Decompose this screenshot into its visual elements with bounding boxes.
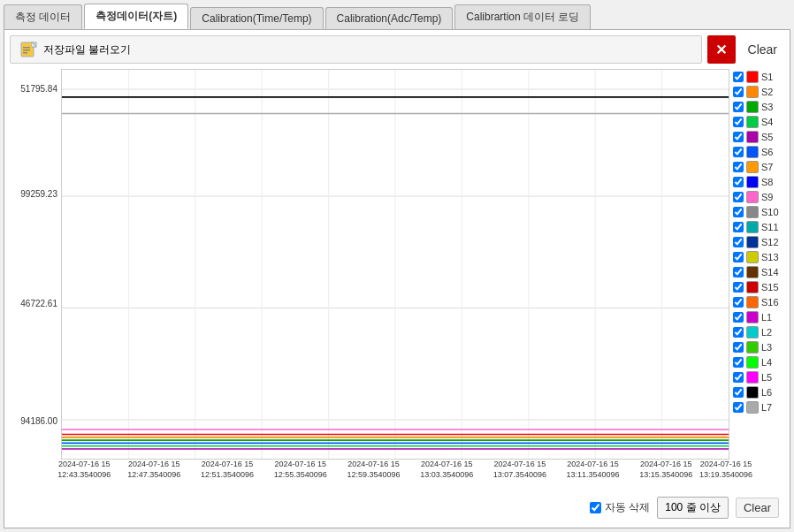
legend-label-s5: S5	[761, 132, 773, 142]
y-label-top: 51795.84	[20, 84, 57, 94]
legend-item-s12: S12	[733, 234, 784, 249]
legend-check-s7[interactable]	[733, 162, 744, 172]
legend-color-l5	[746, 371, 759, 384]
legend-item-l1: L1	[733, 309, 784, 324]
legend-color-s4	[746, 116, 759, 128]
chart-area	[61, 69, 729, 460]
legend-check-s5[interactable]	[733, 132, 744, 142]
auto-delete-checkbox[interactable]	[590, 502, 601, 513]
x-label-4: 2024-07-16 1512:59.3540096	[347, 460, 400, 480]
x-axis: 2024-07-16 1512:43.3540096 2024-07-16 15…	[61, 460, 726, 491]
tab-measurement[interactable]: 측정 데이터	[4, 4, 82, 29]
y-label-mid2: 46722.61	[20, 299, 57, 308]
legend-color-s12	[746, 236, 759, 248]
legend-check-s13[interactable]	[733, 252, 744, 262]
tab-calib-data[interactable]: Calibrartion 데이터 로딩	[454, 4, 591, 29]
app-container: 측정 데이터 측정데이터(자트) Calibration(Time/Temp) …	[0, 0, 794, 532]
legend-check-s3[interactable]	[733, 102, 744, 112]
legend-check-l7[interactable]	[733, 402, 744, 413]
x-label-7: 2024-07-16 1513:11.3540096	[567, 460, 620, 480]
rows-dropdown[interactable]: 100 줄 이상	[657, 497, 729, 519]
legend-color-l3	[746, 341, 759, 353]
x-icon: ✕	[715, 42, 727, 58]
legend-color-s9	[746, 191, 759, 203]
legend-check-s8[interactable]	[733, 177, 744, 187]
legend-check-l5[interactable]	[733, 372, 744, 383]
legend-item-l6: L6	[733, 384, 784, 399]
legend-label-s7: S7	[761, 162, 773, 172]
legend-item-s5: S5	[733, 129, 784, 144]
legend-label-l3: L3	[761, 342, 772, 353]
legend-label-l5: L5	[761, 372, 772, 383]
legend-color-s3	[746, 101, 759, 113]
legend-item-s14: S14	[733, 264, 784, 279]
legend-item-s2: S2	[733, 84, 784, 99]
legend-check-s12[interactable]	[733, 237, 744, 247]
x-label-5: 2024-07-16 1513:03.3540096	[420, 460, 473, 480]
legend-check-l2[interactable]	[733, 327, 744, 338]
legend-item-l3: L3	[733, 339, 784, 354]
legend-color-s1	[746, 71, 759, 83]
legend-label-l7: L7	[761, 402, 772, 413]
legend-label-s11: S11	[761, 222, 779, 232]
svg-rect-2	[23, 49, 30, 51]
clear-bottom-button[interactable]: Clear	[736, 498, 779, 518]
legend-color-s5	[746, 131, 759, 143]
legend-check-s9[interactable]	[733, 192, 744, 202]
legend-color-l2	[746, 326, 759, 338]
x-label-6: 2024-07-16 1513:07.3540096	[493, 460, 546, 480]
legend-check-s4[interactable]	[733, 117, 744, 127]
tab-calib-adc[interactable]: Calibration(Adc/Temp)	[325, 7, 454, 29]
legend-check-l6[interactable]	[733, 387, 744, 398]
legend-check-l1[interactable]	[733, 312, 744, 323]
chart-svg	[62, 70, 729, 459]
legend-check-s15[interactable]	[733, 282, 744, 293]
legend-color-l4	[746, 356, 759, 369]
legend-label-s14: S14	[761, 267, 779, 277]
legend: S1 S2 S3 S4	[729, 69, 784, 460]
clear-red-button[interactable]: ✕	[707, 35, 736, 64]
legend-label-s13: S13	[761, 252, 779, 262]
auto-delete-row: 자동 삭제	[590, 500, 650, 515]
legend-label-s15: S15	[761, 282, 779, 293]
legend-color-l7	[746, 401, 759, 414]
legend-check-s14[interactable]	[733, 267, 744, 277]
legend-check-l4[interactable]	[733, 357, 744, 368]
legend-check-s11[interactable]	[733, 222, 744, 232]
legend-label-s3: S3	[761, 102, 773, 112]
legend-label-s16: S16	[761, 297, 779, 308]
legend-label-s6: S6	[761, 147, 773, 157]
legend-check-s16[interactable]	[733, 297, 744, 308]
legend-check-l3[interactable]	[733, 342, 744, 353]
legend-check-s1[interactable]	[733, 72, 744, 82]
legend-item-s10: S10	[733, 204, 784, 219]
legend-color-l6	[746, 386, 759, 399]
legend-color-s6	[746, 146, 759, 158]
legend-label-l4: L4	[761, 357, 772, 368]
load-file-button[interactable]: 저장파일 불러오기	[10, 35, 702, 64]
auto-delete-label: 자동 삭제	[605, 500, 650, 515]
legend-item-s3: S3	[733, 99, 784, 114]
legend-check-s2[interactable]	[733, 87, 744, 97]
legend-item-s9: S9	[733, 189, 784, 204]
legend-label-s2: S2	[761, 87, 773, 97]
legend-item-l5: L5	[733, 369, 784, 384]
y-axis: 51795.84 99259.23 46722.61 94186.00	[10, 69, 61, 460]
legend-label-s12: S12	[761, 237, 779, 247]
tab-auto[interactable]: 측정데이터(자트)	[84, 4, 188, 29]
legend-item-s7: S7	[733, 159, 784, 174]
tab-calib-time[interactable]: Calibration(Time/Temp)	[190, 7, 323, 29]
legend-check-s10[interactable]	[733, 207, 744, 217]
svg-rect-3	[23, 52, 27, 54]
legend-color-s11	[746, 221, 759, 233]
legend-check-s6[interactable]	[733, 147, 744, 157]
main-content: 저장파일 불러오기 ✕ Clear 51795.84 99259.23 4672…	[4, 29, 790, 528]
clear-top-button[interactable]: Clear	[741, 39, 784, 60]
legend-label-s9: S9	[761, 192, 773, 202]
legend-item-s11: S11	[733, 219, 784, 234]
y-label-mid1: 99259.23	[20, 189, 57, 199]
chart-wrapper: 51795.84 99259.23 46722.61 94186.00	[10, 69, 784, 460]
x-label-1: 2024-07-16 1512:47.3540096	[127, 460, 180, 480]
legend-label-l6: L6	[761, 387, 772, 398]
legend-color-s13	[746, 251, 759, 263]
